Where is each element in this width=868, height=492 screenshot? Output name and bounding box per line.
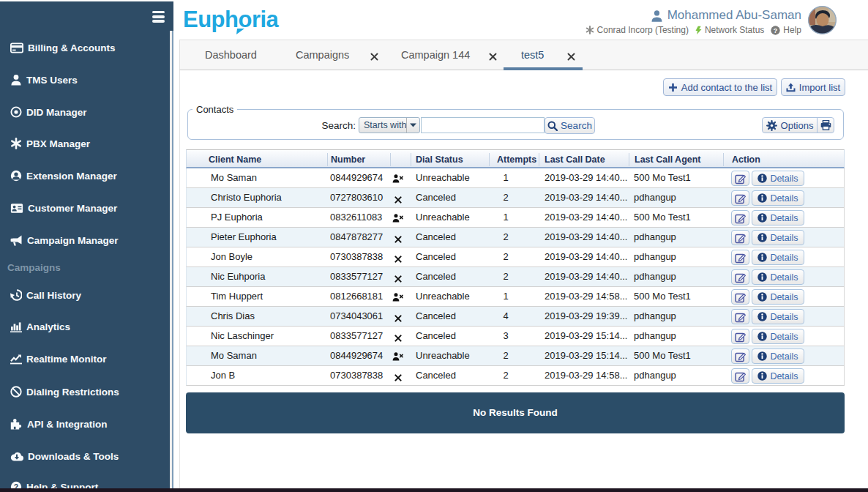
svg-text:?: ? [774, 26, 777, 34]
